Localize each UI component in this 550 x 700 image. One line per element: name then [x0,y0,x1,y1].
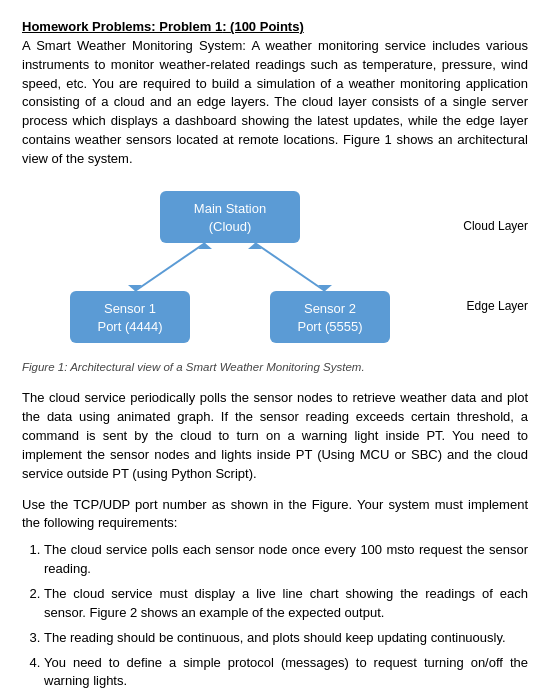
svg-text:Main Station: Main Station [194,201,266,216]
body-paragraph-1: The cloud service periodically polls the… [22,389,528,483]
svg-text:Sensor 1: Sensor 1 [104,301,156,316]
architecture-diagram: Main Station (Cloud) Sensor 1 Port (4444… [60,183,400,351]
svg-rect-0 [160,191,300,243]
requirement-2: The cloud service must display a live li… [44,585,528,623]
figure-caption: Figure 1: Architectural view of a Smart … [22,359,528,376]
svg-line-3 [135,243,205,291]
svg-text:(Cloud): (Cloud) [209,219,252,234]
page-title: Homework Problems: Problem 1: (100 Point… [22,18,528,37]
requirements-intro: Use the TCP/UDP port number as shown in … [22,496,528,534]
cloud-layer-label: Cloud Layer [463,218,528,235]
svg-line-7 [255,243,325,291]
edge-layer-label: Edge Layer [467,298,528,315]
intro-paragraph: A Smart Weather Monitoring System: A wea… [22,37,528,169]
requirement-4: You need to define a simple protocol (me… [44,654,528,692]
layer-labels: Cloud Layer Edge Layer [438,187,528,347]
requirements-list: The cloud service polls each sensor node… [22,541,528,691]
svg-rect-10 [70,291,190,343]
requirement-1: The cloud service polls each sensor node… [44,541,528,579]
svg-text:Port (4444): Port (4444) [97,319,162,334]
svg-text:Sensor 2: Sensor 2 [304,301,356,316]
diagram-inner: Main Station (Cloud) Sensor 1 Port (4444… [22,183,438,351]
svg-text:Port (5555): Port (5555) [297,319,362,334]
requirement-3: The reading should be continuous, and pl… [44,629,528,648]
svg-rect-13 [270,291,390,343]
diagram-container: Main Station (Cloud) Sensor 1 Port (4444… [22,183,528,351]
title-text: Homework Problems: Problem 1: (100 Point… [22,19,304,34]
